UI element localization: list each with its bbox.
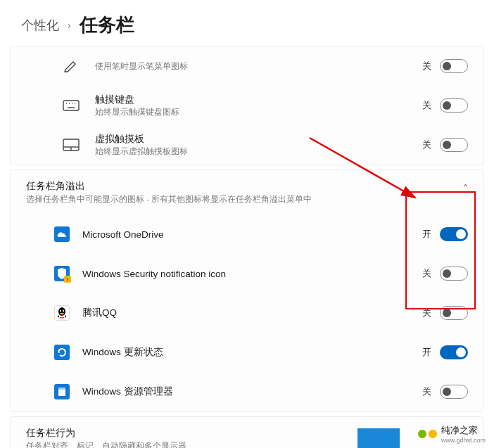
- behavior-card[interactable]: 任务栏行为 任务栏对齐、标记、自动隐藏和多个显示器: [10, 416, 484, 448]
- security-toggle[interactable]: [440, 267, 468, 281]
- keyboard-icon: [61, 97, 81, 114]
- svg-rect-0: [63, 101, 79, 110]
- chevron-right-icon: ›: [68, 20, 71, 31]
- explorer-label: Windows 资源管理器: [82, 385, 422, 398]
- toggle-state: 关: [422, 267, 431, 280]
- overflow-title: 任务栏角溢出: [26, 180, 463, 193]
- explorer-icon: [54, 384, 70, 399]
- watermark-text: 纯净之家: [441, 424, 486, 437]
- toggle-state: 关: [422, 139, 431, 151]
- touch-keyboard-sub: 始终显示触摸键盘图标: [95, 107, 422, 117]
- toggle-state: 关: [422, 99, 431, 112]
- svg-point-12: [60, 313, 64, 315]
- windows-update-icon: [54, 345, 70, 360]
- virtual-touchpad-sub: 始终显示虚拟触摸板图标: [95, 146, 422, 157]
- watermark-logo-icon: [418, 430, 437, 438]
- chevron-up-icon: ˄: [463, 183, 468, 194]
- pen-menu-sub: 使用笔时显示笔菜单图标: [95, 61, 422, 72]
- svg-rect-14: [58, 388, 65, 390]
- explorer-row[interactable]: Windows 资源管理器 关: [11, 372, 483, 411]
- toggle-state: 开: [422, 346, 431, 359]
- watermark-domain: www.gdhst.com: [441, 437, 486, 444]
- onedrive-toggle[interactable]: [440, 227, 468, 241]
- watermark: 纯净之家 www.gdhst.com: [418, 424, 486, 444]
- touch-keyboard-title: 触摸键盘: [95, 94, 422, 106]
- decorative-patch: [357, 428, 400, 448]
- qq-toggle[interactable]: [440, 306, 468, 320]
- onedrive-icon: [54, 226, 70, 242]
- behavior-title: 任务栏行为: [26, 427, 468, 440]
- virtual-touchpad-toggle[interactable]: [440, 138, 468, 152]
- breadcrumb: 个性化 › 任务栏: [0, 0, 494, 46]
- update-row[interactable]: Windows 更新状态 开: [11, 333, 483, 372]
- breadcrumb-parent[interactable]: 个性化: [21, 17, 59, 34]
- svg-point-10: [60, 310, 61, 312]
- touch-keyboard-row[interactable]: 触摸键盘 始终显示触摸键盘图标 关: [11, 86, 483, 125]
- update-label: Windows 更新状态: [82, 346, 422, 359]
- virtual-touchpad-title: 虚拟触摸板: [95, 133, 422, 146]
- overflow-sub: 选择任务栏角中可能显示的图标 - 所有其他图标将显示在任务栏角溢出菜单中: [26, 194, 463, 205]
- toggle-state: 关: [422, 385, 431, 398]
- touchpad-icon: [61, 136, 81, 153]
- qq-row[interactable]: 腾讯QQ 关: [11, 293, 483, 333]
- pen-menu-toggle[interactable]: [440, 59, 468, 73]
- pen-icon: [61, 58, 81, 75]
- onedrive-row[interactable]: Microsoft OneDrive 开: [11, 215, 483, 254]
- behavior-sub: 任务栏对齐、标记、自动隐藏和多个显示器: [26, 441, 468, 448]
- page-title: 任务栏: [80, 13, 134, 37]
- toggle-state: 关: [422, 307, 431, 319]
- toggle-state: 关: [422, 60, 431, 72]
- onedrive-label: Microsoft OneDrive: [82, 229, 422, 240]
- virtual-touchpad-row[interactable]: 虚拟触摸板 始终显示虚拟触摸板图标 关: [11, 125, 483, 165]
- taskbar-corner-icons-card: 使用笔时显示笔菜单图标 关 触摸键盘 始终显示触摸键盘图标 关 虚拟触摸板 始终…: [10, 46, 484, 165]
- toggle-state: 开: [422, 228, 431, 241]
- qq-icon: [54, 305, 70, 321]
- explorer-toggle[interactable]: [440, 385, 468, 399]
- touch-keyboard-toggle[interactable]: [440, 98, 468, 113]
- overflow-card: 任务栏角溢出 选择任务栏角中可能显示的图标 - 所有其他图标将显示在任务栏角溢出…: [10, 169, 484, 412]
- overflow-header[interactable]: 任务栏角溢出 选择任务栏角中可能显示的图标 - 所有其他图标将显示在任务栏角溢出…: [11, 170, 483, 215]
- pen-menu-row[interactable]: 使用笔时显示笔菜单图标 关: [11, 46, 483, 86]
- svg-point-11: [63, 310, 64, 312]
- security-label: Windows Security notification icon: [82, 269, 422, 279]
- security-row[interactable]: ! Windows Security notification icon 关: [11, 254, 483, 293]
- security-icon: !: [54, 266, 70, 281]
- qq-label: 腾讯QQ: [82, 307, 422, 319]
- update-toggle[interactable]: [440, 345, 468, 359]
